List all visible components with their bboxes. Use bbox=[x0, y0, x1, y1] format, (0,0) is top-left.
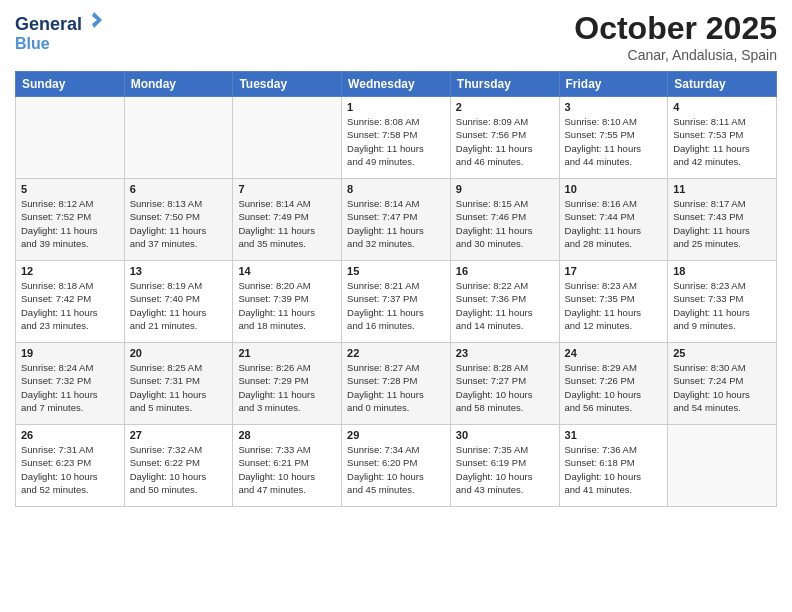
weekday-header-sunday: Sunday bbox=[16, 72, 125, 97]
day-number: 28 bbox=[238, 429, 336, 441]
day-info: Sunrise: 8:29 AM Sunset: 7:26 PM Dayligh… bbox=[565, 361, 663, 414]
day-info: Sunrise: 8:14 AM Sunset: 7:49 PM Dayligh… bbox=[238, 197, 336, 250]
day-number: 4 bbox=[673, 101, 771, 113]
calendar-cell: 3Sunrise: 8:10 AM Sunset: 7:55 PM Daylig… bbox=[559, 97, 668, 179]
day-info: Sunrise: 8:11 AM Sunset: 7:53 PM Dayligh… bbox=[673, 115, 771, 168]
day-number: 22 bbox=[347, 347, 445, 359]
calendar-week-5: 26Sunrise: 7:31 AM Sunset: 6:23 PM Dayli… bbox=[16, 425, 777, 507]
logo-text: General bbox=[15, 10, 104, 35]
day-number: 30 bbox=[456, 429, 554, 441]
calendar-cell: 21Sunrise: 8:26 AM Sunset: 7:29 PM Dayli… bbox=[233, 343, 342, 425]
day-info: Sunrise: 8:19 AM Sunset: 7:40 PM Dayligh… bbox=[130, 279, 228, 332]
day-info: Sunrise: 8:15 AM Sunset: 7:46 PM Dayligh… bbox=[456, 197, 554, 250]
calendar-cell: 19Sunrise: 8:24 AM Sunset: 7:32 PM Dayli… bbox=[16, 343, 125, 425]
day-number: 7 bbox=[238, 183, 336, 195]
calendar-cell: 1Sunrise: 8:08 AM Sunset: 7:58 PM Daylig… bbox=[342, 97, 451, 179]
day-info: Sunrise: 8:22 AM Sunset: 7:36 PM Dayligh… bbox=[456, 279, 554, 332]
calendar-cell: 15Sunrise: 8:21 AM Sunset: 7:37 PM Dayli… bbox=[342, 261, 451, 343]
weekday-header-wednesday: Wednesday bbox=[342, 72, 451, 97]
day-info: Sunrise: 8:23 AM Sunset: 7:35 PM Dayligh… bbox=[565, 279, 663, 332]
calendar-cell: 16Sunrise: 8:22 AM Sunset: 7:36 PM Dayli… bbox=[450, 261, 559, 343]
calendar-cell bbox=[16, 97, 125, 179]
calendar-cell: 26Sunrise: 7:31 AM Sunset: 6:23 PM Dayli… bbox=[16, 425, 125, 507]
day-number: 19 bbox=[21, 347, 119, 359]
day-info: Sunrise: 8:17 AM Sunset: 7:43 PM Dayligh… bbox=[673, 197, 771, 250]
title-block: October 2025 Canar, Andalusia, Spain bbox=[574, 10, 777, 63]
day-number: 21 bbox=[238, 347, 336, 359]
day-number: 27 bbox=[130, 429, 228, 441]
calendar-cell: 8Sunrise: 8:14 AM Sunset: 7:47 PM Daylig… bbox=[342, 179, 451, 261]
day-info: Sunrise: 8:26 AM Sunset: 7:29 PM Dayligh… bbox=[238, 361, 336, 414]
day-number: 16 bbox=[456, 265, 554, 277]
day-number: 9 bbox=[456, 183, 554, 195]
day-info: Sunrise: 8:30 AM Sunset: 7:24 PM Dayligh… bbox=[673, 361, 771, 414]
calendar-cell bbox=[233, 97, 342, 179]
calendar-cell bbox=[668, 425, 777, 507]
day-number: 5 bbox=[21, 183, 119, 195]
calendar-cell: 30Sunrise: 7:35 AM Sunset: 6:19 PM Dayli… bbox=[450, 425, 559, 507]
calendar-header-row: SundayMondayTuesdayWednesdayThursdayFrid… bbox=[16, 72, 777, 97]
calendar-cell: 20Sunrise: 8:25 AM Sunset: 7:31 PM Dayli… bbox=[124, 343, 233, 425]
day-info: Sunrise: 7:31 AM Sunset: 6:23 PM Dayligh… bbox=[21, 443, 119, 496]
calendar-cell: 23Sunrise: 8:28 AM Sunset: 7:27 PM Dayli… bbox=[450, 343, 559, 425]
day-number: 6 bbox=[130, 183, 228, 195]
day-number: 26 bbox=[21, 429, 119, 441]
calendar-cell: 13Sunrise: 8:19 AM Sunset: 7:40 PM Dayli… bbox=[124, 261, 233, 343]
day-number: 11 bbox=[673, 183, 771, 195]
day-info: Sunrise: 8:25 AM Sunset: 7:31 PM Dayligh… bbox=[130, 361, 228, 414]
day-number: 1 bbox=[347, 101, 445, 113]
calendar-table: SundayMondayTuesdayWednesdayThursdayFrid… bbox=[15, 71, 777, 507]
day-number: 12 bbox=[21, 265, 119, 277]
calendar-cell: 10Sunrise: 8:16 AM Sunset: 7:44 PM Dayli… bbox=[559, 179, 668, 261]
day-number: 23 bbox=[456, 347, 554, 359]
day-number: 13 bbox=[130, 265, 228, 277]
day-info: Sunrise: 7:32 AM Sunset: 6:22 PM Dayligh… bbox=[130, 443, 228, 496]
calendar-week-4: 19Sunrise: 8:24 AM Sunset: 7:32 PM Dayli… bbox=[16, 343, 777, 425]
logo: General Blue bbox=[15, 10, 104, 52]
weekday-header-thursday: Thursday bbox=[450, 72, 559, 97]
calendar-cell: 2Sunrise: 8:09 AM Sunset: 7:56 PM Daylig… bbox=[450, 97, 559, 179]
calendar-week-3: 12Sunrise: 8:18 AM Sunset: 7:42 PM Dayli… bbox=[16, 261, 777, 343]
day-number: 20 bbox=[130, 347, 228, 359]
calendar-cell: 27Sunrise: 7:32 AM Sunset: 6:22 PM Dayli… bbox=[124, 425, 233, 507]
day-info: Sunrise: 8:18 AM Sunset: 7:42 PM Dayligh… bbox=[21, 279, 119, 332]
month-title: October 2025 bbox=[574, 10, 777, 47]
weekday-header-monday: Monday bbox=[124, 72, 233, 97]
calendar-week-2: 5Sunrise: 8:12 AM Sunset: 7:52 PM Daylig… bbox=[16, 179, 777, 261]
day-number: 15 bbox=[347, 265, 445, 277]
day-number: 2 bbox=[456, 101, 554, 113]
day-number: 10 bbox=[565, 183, 663, 195]
day-number: 8 bbox=[347, 183, 445, 195]
day-info: Sunrise: 7:36 AM Sunset: 6:18 PM Dayligh… bbox=[565, 443, 663, 496]
day-info: Sunrise: 7:34 AM Sunset: 6:20 PM Dayligh… bbox=[347, 443, 445, 496]
calendar-cell: 28Sunrise: 7:33 AM Sunset: 6:21 PM Dayli… bbox=[233, 425, 342, 507]
calendar-cell: 7Sunrise: 8:14 AM Sunset: 7:49 PM Daylig… bbox=[233, 179, 342, 261]
calendar-cell: 14Sunrise: 8:20 AM Sunset: 7:39 PM Dayli… bbox=[233, 261, 342, 343]
calendar-cell: 6Sunrise: 8:13 AM Sunset: 7:50 PM Daylig… bbox=[124, 179, 233, 261]
day-number: 25 bbox=[673, 347, 771, 359]
location: Canar, Andalusia, Spain bbox=[574, 47, 777, 63]
day-info: Sunrise: 8:08 AM Sunset: 7:58 PM Dayligh… bbox=[347, 115, 445, 168]
calendar-cell bbox=[124, 97, 233, 179]
calendar-cell: 9Sunrise: 8:15 AM Sunset: 7:46 PM Daylig… bbox=[450, 179, 559, 261]
day-info: Sunrise: 8:12 AM Sunset: 7:52 PM Dayligh… bbox=[21, 197, 119, 250]
day-info: Sunrise: 8:24 AM Sunset: 7:32 PM Dayligh… bbox=[21, 361, 119, 414]
svg-marker-0 bbox=[92, 12, 102, 28]
page: General Blue October 2025 Canar, Andalus… bbox=[0, 0, 792, 612]
calendar-cell: 18Sunrise: 8:23 AM Sunset: 7:33 PM Dayli… bbox=[668, 261, 777, 343]
day-info: Sunrise: 8:09 AM Sunset: 7:56 PM Dayligh… bbox=[456, 115, 554, 168]
day-info: Sunrise: 8:10 AM Sunset: 7:55 PM Dayligh… bbox=[565, 115, 663, 168]
day-info: Sunrise: 8:13 AM Sunset: 7:50 PM Dayligh… bbox=[130, 197, 228, 250]
calendar-cell: 5Sunrise: 8:12 AM Sunset: 7:52 PM Daylig… bbox=[16, 179, 125, 261]
header: General Blue October 2025 Canar, Andalus… bbox=[15, 10, 777, 63]
day-info: Sunrise: 8:20 AM Sunset: 7:39 PM Dayligh… bbox=[238, 279, 336, 332]
calendar-cell: 25Sunrise: 8:30 AM Sunset: 7:24 PM Dayli… bbox=[668, 343, 777, 425]
day-info: Sunrise: 8:28 AM Sunset: 7:27 PM Dayligh… bbox=[456, 361, 554, 414]
day-info: Sunrise: 7:35 AM Sunset: 6:19 PM Dayligh… bbox=[456, 443, 554, 496]
calendar-cell: 31Sunrise: 7:36 AM Sunset: 6:18 PM Dayli… bbox=[559, 425, 668, 507]
day-number: 18 bbox=[673, 265, 771, 277]
day-info: Sunrise: 8:16 AM Sunset: 7:44 PM Dayligh… bbox=[565, 197, 663, 250]
day-number: 14 bbox=[238, 265, 336, 277]
calendar-cell: 24Sunrise: 8:29 AM Sunset: 7:26 PM Dayli… bbox=[559, 343, 668, 425]
day-number: 31 bbox=[565, 429, 663, 441]
